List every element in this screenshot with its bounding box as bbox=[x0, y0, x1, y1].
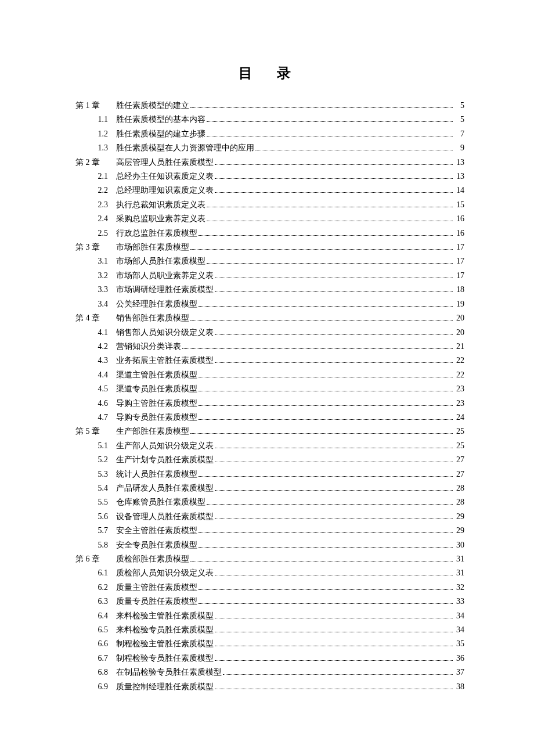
toc-entry: 5.1生产部人员知识分级定义表25 bbox=[75, 439, 464, 453]
toc-leader bbox=[215, 611, 453, 618]
toc-entry: 第 1 章胜任素质模型的建立5 bbox=[75, 99, 464, 113]
toc-entry: 2.4采购总监职业素养定义表16 bbox=[75, 212, 464, 226]
toc-entry: 6.9质量控制经理胜任素质模型38 bbox=[75, 680, 464, 694]
toc-entry-number: 1.2 bbox=[75, 127, 116, 141]
toc-entry: 4.1销售部人员知识分级定义表20 bbox=[75, 326, 464, 340]
toc-entry-page: 16 bbox=[454, 212, 464, 226]
toc-entry: 5.8安全专员胜任素质模型30 bbox=[75, 538, 464, 552]
toc-entry: 6.1质检部人员知识分级定义表31 bbox=[75, 566, 464, 580]
toc-leader bbox=[215, 271, 453, 278]
toc-entry-text: 在制品检验专员胜任素质模型 bbox=[116, 665, 222, 679]
toc-leader bbox=[199, 384, 453, 391]
toc-leader bbox=[215, 682, 453, 689]
toc-entry-text: 导购专员胜任素质模型 bbox=[116, 411, 197, 424]
toc-entry-number: 第 4 章 bbox=[75, 311, 116, 325]
toc-entry-page: 27 bbox=[454, 453, 464, 467]
toc-entry: 6.4来料检验主管胜任素质模型34 bbox=[75, 609, 464, 623]
toc-entry-number: 5.6 bbox=[75, 510, 116, 524]
toc-leader bbox=[190, 555, 453, 561]
toc-entry-page: 14 bbox=[454, 183, 464, 197]
toc-entry-number: 4.2 bbox=[75, 340, 116, 354]
toc-entry-text: 市场部人员职业素养定义表 bbox=[116, 269, 214, 283]
toc-entry-page: 27 bbox=[454, 467, 464, 481]
toc-entry-page: 21 bbox=[454, 340, 464, 354]
toc-entry-text: 市场部胜任素质模型 bbox=[116, 240, 189, 254]
toc-entry-number: 5.8 bbox=[75, 538, 116, 552]
toc-entry-number: 第 5 章 bbox=[75, 424, 116, 438]
toc-entry-text: 胜任素质模型的建立步骤 bbox=[116, 127, 205, 141]
toc-entry-number: 3.3 bbox=[75, 283, 116, 297]
toc-entry-page: 31 bbox=[454, 566, 464, 580]
toc-entry-page: 34 bbox=[454, 623, 464, 637]
toc-leader bbox=[223, 668, 453, 675]
toc-leader bbox=[182, 342, 453, 349]
toc-entry: 6.3质量专员胜任素质模型33 bbox=[75, 595, 464, 609]
toc-entry-text: 质量专员胜任素质模型 bbox=[116, 595, 197, 609]
toc-entry: 6.7制程检验专员胜任素质模型36 bbox=[75, 651, 464, 665]
toc-entry: 1.1胜任素质模型的基本内容5 bbox=[75, 113, 464, 127]
toc-entry-text: 生产计划专员胜任素质模型 bbox=[116, 453, 214, 467]
toc-leader bbox=[215, 484, 453, 491]
toc-entry-page: 24 bbox=[454, 411, 464, 424]
toc-entry-text: 制程检验主管胜任素质模型 bbox=[116, 637, 214, 651]
toc-entry: 5.4产品研发人员胜任素质模型28 bbox=[75, 481, 464, 495]
toc-entry-number: 4.7 bbox=[75, 411, 116, 424]
toc-entry-page: 18 bbox=[454, 283, 464, 297]
toc-entry-number: 2.5 bbox=[75, 226, 116, 240]
toc-entry-number: 3.4 bbox=[75, 297, 116, 311]
toc-entry-page: 20 bbox=[454, 326, 464, 340]
toc-entry-number: 6.7 bbox=[75, 651, 116, 665]
toc-entry-number: 5.1 bbox=[75, 439, 116, 453]
toc-leader bbox=[190, 101, 453, 108]
toc-leader bbox=[190, 314, 453, 321]
toc-leader bbox=[199, 583, 453, 590]
toc-entry-page: 37 bbox=[454, 665, 464, 679]
toc-entry: 3.2市场部人员职业素养定义表17 bbox=[75, 269, 464, 283]
toc-entry: 4.5渠道专员胜任素质模型23 bbox=[75, 382, 464, 396]
toc-entry-text: 制程检验专员胜任素质模型 bbox=[116, 651, 214, 665]
toc-leader bbox=[255, 143, 453, 150]
toc-leader bbox=[190, 243, 453, 250]
toc-entry: 4.4渠道主管胜任素质模型22 bbox=[75, 368, 464, 382]
toc-entry-text: 渠道主管胜任素质模型 bbox=[116, 368, 197, 382]
toc-entry-page: 33 bbox=[454, 595, 464, 609]
toc-entry-page: 23 bbox=[454, 397, 464, 411]
toc-entry-text: 营销知识分类详表 bbox=[116, 340, 181, 354]
toc-entry-number: 5.7 bbox=[75, 524, 116, 538]
toc-leader bbox=[199, 526, 453, 533]
toc-entry-page: 28 bbox=[454, 481, 464, 495]
toc-entry-text: 胜任素质模型的建立 bbox=[116, 99, 189, 113]
toc-entry-number: 6.6 bbox=[75, 637, 116, 651]
toc-entry: 3.3市场调研经理胜任素质模型18 bbox=[75, 283, 464, 297]
toc-entry-number: 6.9 bbox=[75, 680, 116, 694]
toc-entry-page: 19 bbox=[454, 297, 464, 311]
toc-entry-number: 第 1 章 bbox=[75, 99, 116, 113]
toc-entry-page: 38 bbox=[454, 680, 464, 694]
toc-entry-page: 13 bbox=[454, 170, 464, 183]
toc-leader bbox=[215, 625, 453, 632]
toc-entry: 2.5行政总监胜任素质模型16 bbox=[75, 226, 464, 240]
toc-entry: 第 5 章生产部胜任素质模型25 bbox=[75, 424, 464, 438]
toc-entry: 5.5仓库账管员胜任素质模型28 bbox=[75, 495, 464, 509]
toc-entry-text: 生产部胜任素质模型 bbox=[116, 424, 189, 438]
toc-entry-number: 1.1 bbox=[75, 113, 116, 127]
toc-entry-page: 5 bbox=[454, 99, 464, 113]
toc-entry-text: 总经理助理知识素质定义表 bbox=[116, 183, 214, 197]
toc-entry: 第 4 章销售部胜任素质模型20 bbox=[75, 311, 464, 325]
toc-entry: 1.2胜任素质模型的建立步骤7 bbox=[75, 127, 464, 141]
toc-container: 第 1 章胜任素质模型的建立51.1胜任素质模型的基本内容51.2胜任素质模型的… bbox=[75, 99, 464, 694]
toc-leader bbox=[215, 356, 453, 363]
toc-entry-text: 导购主管胜任素质模型 bbox=[116, 397, 197, 411]
toc-leader bbox=[207, 115, 453, 122]
toc-entry: 6.2质量主管胜任素质模型32 bbox=[75, 581, 464, 595]
toc-leader bbox=[207, 129, 453, 136]
toc-leader bbox=[215, 512, 453, 519]
toc-entry-page: 25 bbox=[454, 439, 464, 453]
toc-entry-number: 5.2 bbox=[75, 453, 116, 467]
toc-entry-number: 2.4 bbox=[75, 212, 116, 226]
toc-entry-text: 产品研发人员胜任素质模型 bbox=[116, 481, 214, 495]
toc-entry-text: 统计人员胜任素质模型 bbox=[116, 467, 197, 481]
toc-entry: 4.6导购主管胜任素质模型23 bbox=[75, 397, 464, 411]
toc-leader bbox=[207, 214, 453, 221]
toc-entry-text: 安全主管胜任素质模型 bbox=[116, 524, 197, 538]
